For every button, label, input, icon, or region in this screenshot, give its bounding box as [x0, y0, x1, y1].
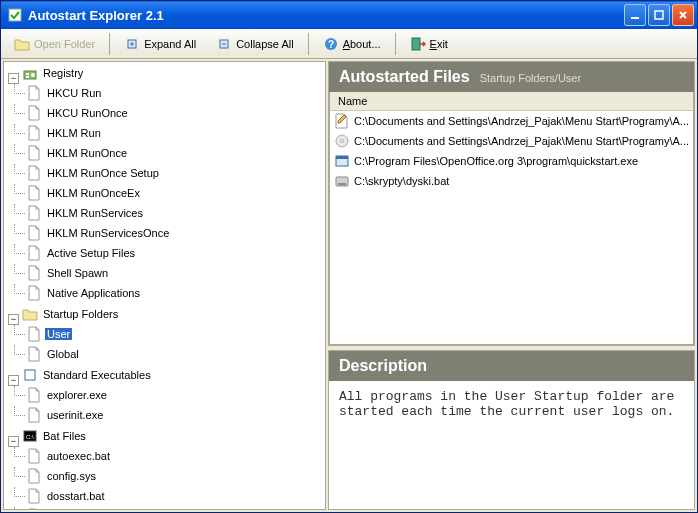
tree-node[interactable]: HKLM RunServicesOnce — [26, 225, 171, 241]
svg-point-18 — [340, 140, 343, 143]
tree-node[interactable]: Standard Executables — [22, 367, 153, 383]
file-path: C:\Program Files\OpenOffice.org 3\progra… — [354, 155, 638, 167]
svg-rect-10 — [26, 76, 29, 78]
file-icon — [26, 85, 42, 101]
titlebar: Autostart Explorer 2.1 — [1, 1, 697, 29]
collapse-icon — [216, 36, 232, 52]
exit-button[interactable]: Exit — [402, 32, 456, 56]
tree-node[interactable]: config.sys — [26, 468, 98, 484]
file-icon — [26, 205, 42, 221]
tree-node[interactable]: Active Setup Files — [26, 245, 137, 261]
file-icon — [26, 326, 42, 342]
file-list-container: Autostarted Files Startup Folders/User N… — [328, 61, 695, 346]
collapse-all-button[interactable]: Collapse All — [208, 32, 301, 56]
description-panel: Description All programs in the User Sta… — [328, 350, 695, 510]
right-panel: Autostarted Files Startup Folders/User N… — [328, 61, 695, 510]
svg-rect-1 — [631, 17, 639, 19]
app-icon — [7, 7, 23, 23]
content-area: −RegistryHKCU RunHKCU RunOnceHKLM RunHKL… — [1, 59, 697, 512]
tree-node[interactable]: autoexec.bat — [26, 448, 112, 464]
toolbar: Open Folder Expand All Collapse All ? Ab… — [1, 29, 697, 59]
tree-node-label: Active Setup Files — [45, 247, 137, 259]
help-icon: ? — [323, 36, 339, 52]
file-icon — [26, 285, 42, 301]
exit-label: Exit — [430, 38, 448, 50]
list-column-header[interactable]: Name — [330, 92, 693, 111]
tree-node[interactable]: Global — [26, 346, 81, 362]
open-folder-button[interactable]: Open Folder — [6, 32, 103, 56]
file-icon — [26, 125, 42, 141]
tree-node-label: Shell Spawn — [45, 267, 110, 279]
tree-node[interactable]: userinit.exe — [26, 407, 105, 423]
tree-node-label: Bat Files — [41, 430, 88, 442]
file-icon — [26, 387, 42, 403]
file-row[interactable]: C:\skrypty\dyski.bat — [330, 171, 693, 191]
tree-panel[interactable]: −RegistryHKCU RunHKCU RunOnceHKLM RunHKL… — [3, 61, 326, 510]
tree-node[interactable]: explorer.exe — [26, 387, 109, 403]
svg-point-11 — [31, 73, 35, 77]
tree-node[interactable]: Shell Spawn — [26, 265, 110, 281]
tree-node[interactable]: HKLM RunOnce Setup — [26, 165, 161, 181]
file-icon — [26, 245, 42, 261]
svg-rect-9 — [26, 73, 29, 75]
tree-node[interactable]: User — [26, 326, 72, 342]
tree-node-label: userinit.exe — [45, 409, 105, 421]
window-title: Autostart Explorer 2.1 — [28, 8, 624, 23]
tree-node[interactable]: HKCU Run — [26, 85, 103, 101]
tree-node[interactable]: HKCU RunOnce — [26, 105, 130, 121]
separator — [308, 33, 309, 55]
file-icon — [26, 468, 42, 484]
tree-node[interactable]: HKLM RunOnce — [26, 145, 129, 161]
tree-toggle[interactable]: − — [8, 73, 19, 84]
file-list[interactable]: Name C:\Documents and Settings\Andrzej_P… — [329, 92, 694, 345]
tree-node-label: explorer.exe — [45, 389, 109, 401]
tree-node[interactable]: HKLM Run — [26, 125, 103, 141]
tree-node[interactable]: Native Applications — [26, 285, 142, 301]
tree-node[interactable]: Registry — [22, 65, 85, 81]
tree-node-label: Startup Folders — [41, 308, 120, 320]
tree-node-label: HKLM RunOnceEx — [45, 187, 142, 199]
file-type-icon — [334, 113, 350, 129]
description-text: All programs in the User Startup folder … — [329, 381, 694, 427]
file-type-icon — [334, 153, 350, 169]
tree-node[interactable]: C:\Bat Files — [22, 428, 88, 444]
tree-node[interactable]: Startup Folders — [22, 306, 120, 322]
about-label: About... — [343, 38, 381, 50]
tree-toggle[interactable]: − — [8, 436, 19, 447]
tree-node-label: HKLM RunOnce — [45, 147, 129, 159]
expand-all-button[interactable]: Expand All — [116, 32, 204, 56]
tree-node-label: dosstart.bat — [45, 490, 106, 502]
tree-node-label: HKLM RunServices — [45, 207, 145, 219]
svg-rect-12 — [25, 370, 35, 380]
expand-icon — [124, 36, 140, 52]
separator — [109, 33, 110, 55]
tree-node-label: HKCU RunOnce — [45, 107, 130, 119]
file-icon — [26, 407, 42, 423]
tree-toggle[interactable]: − — [8, 314, 19, 325]
file-icon — [26, 265, 42, 281]
svg-rect-7 — [412, 38, 420, 50]
dos-icon: C:\ — [22, 428, 38, 444]
description-header: Description — [329, 351, 694, 381]
file-row[interactable]: C:\Documents and Settings\Andrzej_Pajak\… — [330, 111, 693, 131]
about-button[interactable]: ? About... — [315, 32, 389, 56]
file-row[interactable]: C:\Documents and Settings\Andrzej_Pajak\… — [330, 131, 693, 151]
tree-node[interactable]: HKLM RunOnceEx — [26, 185, 142, 201]
maximize-button[interactable] — [648, 4, 670, 26]
tree-node[interactable]: winstart.bat — [26, 508, 105, 510]
minimize-button[interactable] — [624, 4, 646, 26]
file-type-icon — [334, 133, 350, 149]
file-row[interactable]: C:\Program Files\OpenOffice.org 3\progra… — [330, 151, 693, 171]
file-icon — [26, 508, 42, 510]
tree-node-label: HKLM RunServicesOnce — [45, 227, 171, 239]
tree-node[interactable]: HKLM RunServices — [26, 205, 145, 221]
folder-icon — [22, 306, 38, 322]
file-icon — [26, 165, 42, 181]
tree-toggle[interactable]: − — [8, 375, 19, 386]
tree-node-label: Global — [45, 348, 81, 360]
close-button[interactable] — [672, 4, 694, 26]
file-icon — [26, 145, 42, 161]
tree-node[interactable]: dosstart.bat — [26, 488, 106, 504]
svg-text:C:\: C:\ — [26, 434, 34, 440]
reg-icon — [22, 65, 38, 81]
